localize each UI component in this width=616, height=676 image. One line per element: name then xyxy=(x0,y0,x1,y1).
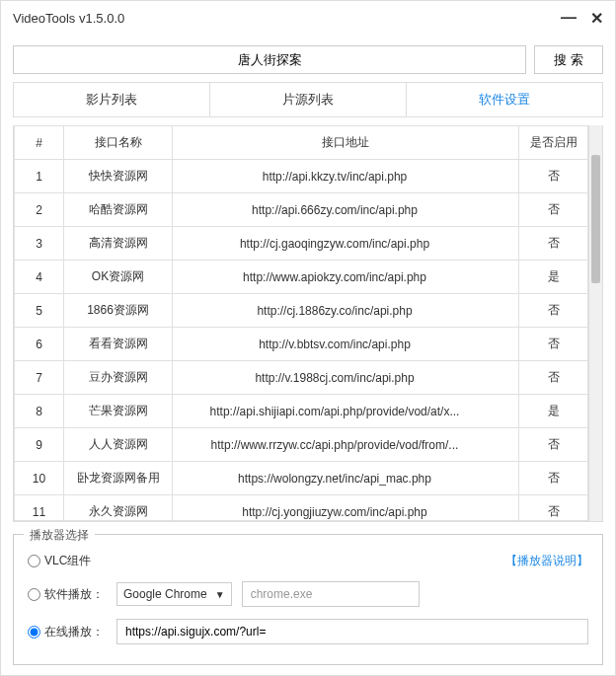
software-select-value: Google Chrome xyxy=(123,587,207,601)
online-row: 在线播放： xyxy=(28,613,588,650)
software-select[interactable]: Google Chrome ▼ xyxy=(116,582,232,606)
cell-url: http://cj.yongjiuzyw.com/inc/api.php xyxy=(173,495,519,521)
vlc-text: VLC组件 xyxy=(44,553,91,569)
cell-name: 1866资源网 xyxy=(64,294,173,328)
tabs: 影片列表 片源列表 软件设置 xyxy=(13,82,603,117)
cell-num: 7 xyxy=(15,361,64,395)
cell-num: 9 xyxy=(15,428,64,462)
player-help-link[interactable]: 【播放器说明】 xyxy=(505,553,588,569)
cell-name: 快快资源网 xyxy=(64,160,173,193)
search-button[interactable]: 搜 索 xyxy=(534,45,603,74)
cell-num: 10 xyxy=(15,462,64,495)
cell-enable: 否 xyxy=(519,495,588,521)
close-icon[interactable]: ✕ xyxy=(590,9,603,28)
cell-name: 豆办资源网 xyxy=(64,361,173,395)
cell-num: 3 xyxy=(15,227,64,261)
cell-enable: 否 xyxy=(519,227,588,261)
window-title: VideoTools v1.5.0.0 xyxy=(13,11,124,26)
cell-enable: 否 xyxy=(519,328,588,361)
table-row[interactable]: 6看看资源网http://v.bbtsv.com/inc/api.php否 xyxy=(15,328,588,361)
cell-num: 5 xyxy=(15,294,64,328)
table-header-row: # 接口名称 接口地址 是否启用 xyxy=(15,126,588,160)
window-controls: — ✕ xyxy=(561,9,603,28)
cell-enable: 否 xyxy=(519,193,588,227)
cell-num: 6 xyxy=(15,328,64,361)
search-row: 搜 索 xyxy=(13,45,603,74)
vlc-radio-label[interactable]: VLC组件 xyxy=(28,553,107,569)
cell-name: 芒果资源网 xyxy=(64,395,173,428)
cell-num: 11 xyxy=(15,495,64,521)
cell-num: 1 xyxy=(15,160,64,193)
vlc-radio[interactable] xyxy=(28,555,40,567)
content: 搜 索 影片列表 片源列表 软件设置 # 接口名称 接口地址 是否启用 1快快资… xyxy=(1,36,615,676)
cell-name: 看看资源网 xyxy=(64,328,173,361)
tab-sources[interactable]: 片源列表 xyxy=(210,83,407,116)
software-path-input[interactable] xyxy=(242,581,420,607)
cell-name: 哈酷资源网 xyxy=(64,193,173,227)
vlc-row: VLC组件 【播放器说明】 xyxy=(28,547,588,575)
scrollbar-thumb[interactable] xyxy=(591,155,600,283)
table-row[interactable]: 4OK资源网http://www.apiokzy.com/inc/api.php… xyxy=(15,261,588,294)
cell-num: 2 xyxy=(15,193,64,227)
table-row[interactable]: 10卧龙资源网备用https://wolongzy.net/inc/api_ma… xyxy=(15,462,588,495)
cell-enable: 否 xyxy=(519,294,588,328)
app-window: VideoTools v1.5.0.0 — ✕ 搜 索 影片列表 片源列表 软件… xyxy=(0,0,616,676)
cell-enable: 否 xyxy=(519,462,588,495)
th-name: 接口名称 xyxy=(64,126,173,160)
table-row[interactable]: 51866资源网http://cj.1886zy.co/inc/api.php否 xyxy=(15,294,588,328)
tab-settings[interactable]: 软件设置 xyxy=(407,83,602,116)
cell-enable: 否 xyxy=(519,361,588,395)
cell-url: http://v.bbtsv.com/inc/api.php xyxy=(173,328,519,361)
cell-name: 永久资源网 xyxy=(64,495,173,521)
cell-name: OK资源网 xyxy=(64,261,173,294)
titlebar: VideoTools v1.5.0.0 — ✕ xyxy=(1,1,615,36)
cell-url: http://api.666zy.com/inc/api.php xyxy=(173,193,519,227)
cell-num: 8 xyxy=(15,395,64,428)
cell-name: 卧龙资源网备用 xyxy=(64,462,173,495)
th-num: # xyxy=(15,126,64,160)
cell-name: 高清资源网 xyxy=(64,227,173,261)
api-table: # 接口名称 接口地址 是否启用 1快快资源网http://api.kkzy.t… xyxy=(14,125,588,521)
chevron-down-icon: ▼ xyxy=(215,589,225,600)
th-enable: 是否启用 xyxy=(519,126,588,160)
online-text: 在线播放： xyxy=(44,624,104,640)
player-group-title: 播放器选择 xyxy=(24,527,95,544)
cell-url: http://v.1988cj.com/inc/api.php xyxy=(173,361,519,395)
minimize-icon[interactable]: — xyxy=(561,9,577,28)
table-row[interactable]: 9人人资源网http://www.rrzyw.cc/api.php/provid… xyxy=(15,428,588,462)
software-radio-label[interactable]: 软件播放： xyxy=(28,586,107,603)
cell-enable: 否 xyxy=(519,160,588,193)
cell-enable: 否 xyxy=(519,428,588,462)
cell-url: http://api.shijiapi.com/api.php/provide/… xyxy=(173,395,519,428)
software-text: 软件播放： xyxy=(44,586,104,603)
tab-videos[interactable]: 影片列表 xyxy=(14,83,210,116)
table-wrap: # 接口名称 接口地址 是否启用 1快快资源网http://api.kkzy.t… xyxy=(13,125,603,522)
table-row[interactable]: 11永久资源网http://cj.yongjiuzyw.com/inc/api.… xyxy=(15,495,588,521)
cell-enable: 是 xyxy=(519,395,588,428)
table-row[interactable]: 1快快资源网http://api.kkzy.tv/inc/api.php否 xyxy=(15,160,588,193)
software-radio[interactable] xyxy=(28,588,40,601)
cell-url: http://www.rrzyw.cc/api.php/provide/vod/… xyxy=(173,428,519,462)
table-row[interactable]: 3高清资源网http://cj.gaoqingzyw.com/inc/api.p… xyxy=(15,227,588,261)
cell-url: http://api.kkzy.tv/inc/api.php xyxy=(173,160,519,193)
cell-url: http://cj.1886zy.co/inc/api.php xyxy=(173,294,519,328)
search-input[interactable] xyxy=(13,45,526,74)
player-group: 播放器选择 VLC组件 【播放器说明】 软件播放： Google Chrome … xyxy=(13,534,603,665)
cell-url: http://cj.gaoqingzyw.com/inc/api.php xyxy=(173,227,519,261)
table-row[interactable]: 7豆办资源网http://v.1988cj.com/inc/api.php否 xyxy=(15,361,588,395)
cell-enable: 是 xyxy=(519,261,588,294)
cell-name: 人人资源网 xyxy=(64,428,173,462)
online-radio[interactable] xyxy=(28,626,40,638)
table-row[interactable]: 8芒果资源网http://api.shijiapi.com/api.php/pr… xyxy=(15,395,588,428)
online-url-input[interactable] xyxy=(116,619,588,644)
cell-url: http://www.apiokzy.com/inc/api.php xyxy=(173,261,519,294)
cell-url: https://wolongzy.net/inc/api_mac.php xyxy=(173,462,519,495)
online-radio-label[interactable]: 在线播放： xyxy=(28,624,107,640)
th-url: 接口地址 xyxy=(173,126,519,160)
software-row: 软件播放： Google Chrome ▼ xyxy=(28,575,588,613)
table-row[interactable]: 2哈酷资源网http://api.666zy.com/inc/api.php否 xyxy=(15,193,588,227)
cell-num: 4 xyxy=(15,261,64,294)
scrollbar[interactable] xyxy=(588,125,602,521)
